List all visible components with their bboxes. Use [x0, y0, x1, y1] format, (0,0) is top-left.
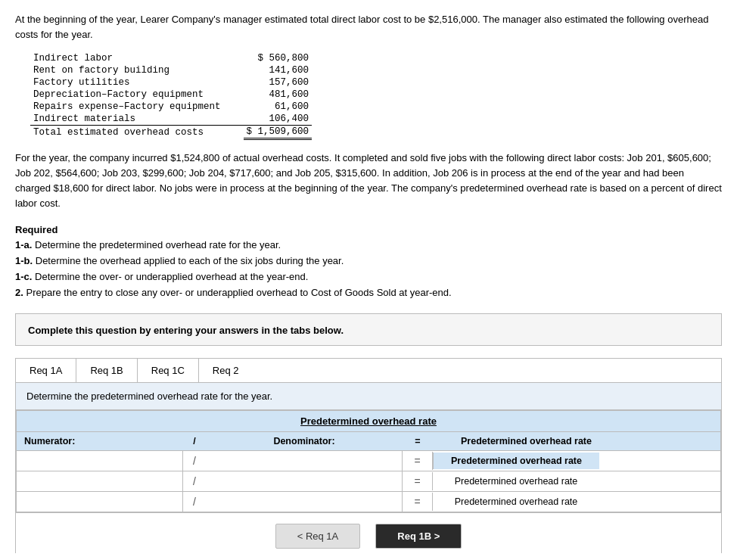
slash-0: /: [183, 452, 206, 470]
numerator-input-0[interactable]: [21, 454, 178, 468]
required-section: Required 1-a. Determine the predetermine…: [15, 222, 722, 301]
tab-req1a[interactable]: Req 1A: [16, 359, 76, 382]
prev-button[interactable]: < Req 1A: [275, 524, 361, 549]
overhead-row: Indirect labor $ 560,800: [30, 52, 312, 64]
slash-2: /: [183, 493, 206, 511]
result-cell-1: Predetermined overhead rate: [433, 473, 599, 490]
required-item-1a: 1-a. Determine the predetermined overhea…: [15, 238, 722, 254]
numerator-cell-1[interactable]: [17, 471, 183, 491]
col-equals-label: =: [403, 432, 433, 450]
denominator-input-1[interactable]: [210, 474, 397, 488]
question-box-text: Complete this question by entering your …: [28, 325, 709, 336]
result-cell-2: Predetermined overhead rate: [433, 493, 599, 510]
col-denominator-label: Denominator:: [206, 432, 403, 450]
required-item-2: 2. Prepare the entry to close any over- …: [15, 285, 722, 301]
overhead-amount: $ 1,509,600: [244, 126, 313, 139]
col-slash-label: /: [183, 432, 206, 450]
slash-1: /: [183, 472, 206, 490]
overhead-row: Factory utilities 157,600: [30, 76, 312, 89]
next-button[interactable]: Req 1B >: [375, 524, 462, 549]
tabs-container: Req 1AReq 1BReq 1CReq 2 Determine the pr…: [15, 358, 722, 553]
req-bold-1b: 1-b.: [15, 255, 33, 266]
overhead-row: Depreciation–Factory equipment 481,600: [30, 89, 312, 101]
required-item-1b: 1-b. Determine the overhead applied to e…: [15, 254, 722, 269]
question-box: Complete this question by entering your …: [15, 313, 722, 346]
buttons-row: < Req 1A Req 1B >: [16, 513, 721, 553]
overhead-label: Factory utilities: [30, 76, 244, 89]
overhead-row: Indirect materials 106,400: [30, 113, 312, 126]
equals-2: =: [403, 493, 433, 511]
col-result-label: Predetermined overhead rate: [433, 432, 599, 450]
equals-1: =: [403, 472, 433, 490]
overhead-amount: $ 560,800: [244, 52, 313, 64]
narrative-text: For the year, the company incurred $1,52…: [15, 151, 722, 212]
denominator-input-2[interactable]: [210, 495, 397, 509]
overhead-amount: 106,400: [244, 113, 313, 126]
numerator-input-1[interactable]: [21, 474, 178, 488]
tab-content-text: Determine the predetermined overhead rat…: [16, 383, 721, 410]
denominator-cell-1[interactable]: [206, 471, 403, 491]
pred-input-row-1: / = Predetermined overhead rate: [17, 471, 720, 492]
numerator-cell-0[interactable]: [17, 451, 183, 471]
overhead-row: Repairs expense–Factory equipment 61,600: [30, 101, 312, 113]
req-bold-1c: 1-c.: [15, 271, 32, 282]
pred-input-row-0: / = Predetermined overhead rate: [17, 451, 720, 471]
tabs-row: Req 1AReq 1BReq 1CReq 2: [16, 359, 721, 383]
overhead-label: Total estimated overhead costs: [30, 126, 244, 139]
overhead-row: Total estimated overhead costs $ 1,509,6…: [30, 126, 312, 139]
pred-header: Predetermined overhead rate: [17, 411, 720, 432]
req-bold-2: 2.: [15, 287, 23, 298]
overhead-amount: 481,600: [244, 89, 313, 101]
overhead-table: Indirect labor $ 560,800 Rent on factory…: [30, 52, 312, 140]
predetermined-table: Predetermined overhead rate Numerator: /…: [16, 410, 721, 513]
numerator-cell-2[interactable]: [17, 492, 183, 512]
overhead-amount: 141,600: [244, 64, 313, 76]
denominator-cell-2[interactable]: [206, 492, 403, 512]
tab-req1c[interactable]: Req 1C: [138, 359, 199, 382]
required-item-1c: 1-c. Determine the over- or underapplied…: [15, 269, 722, 285]
pred-input-row-2: / = Predetermined overhead rate: [17, 492, 720, 512]
tab-req1b[interactable]: Req 1B: [76, 359, 137, 382]
overhead-amount: 157,600: [244, 76, 313, 89]
denominator-cell-0[interactable]: [206, 451, 403, 471]
overhead-label: Indirect labor: [30, 52, 244, 64]
overhead-amount: 61,600: [244, 101, 313, 113]
required-title: Required: [15, 224, 58, 235]
overhead-label: Repairs expense–Factory equipment: [30, 101, 244, 113]
overhead-row: Rent on factory building 141,600: [30, 64, 312, 76]
req-bold-1a: 1-a.: [15, 239, 32, 250]
denominator-input-0[interactable]: [210, 454, 397, 468]
overhead-label: Rent on factory building: [30, 64, 244, 76]
overhead-label: Indirect materials: [30, 113, 244, 126]
result-cell-0: Predetermined overhead rate: [433, 453, 599, 469]
equals-0: =: [403, 452, 433, 470]
pred-labels-row: Numerator: / Denominator: = Predetermine…: [17, 432, 720, 451]
numerator-input-2[interactable]: [21, 495, 178, 509]
col-numerator-label: Numerator:: [17, 432, 183, 450]
overhead-label: Depreciation–Factory equipment: [30, 89, 244, 101]
intro-text: At the beginning of the year, Learer Com…: [15, 12, 722, 42]
tab-req2[interactable]: Req 2: [199, 359, 253, 382]
